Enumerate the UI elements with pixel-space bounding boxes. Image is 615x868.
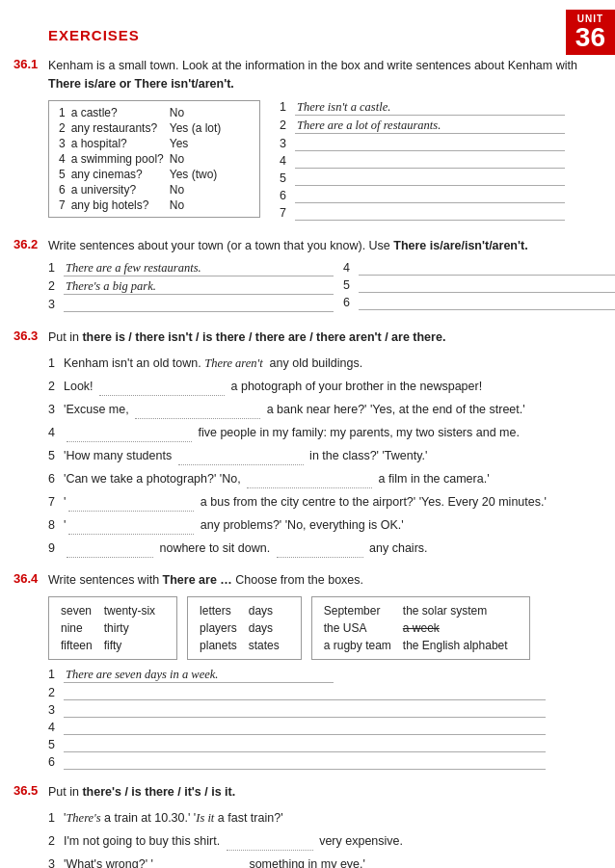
- exercise-num-36-3: 36.3: [13, 329, 38, 343]
- exercises-title: EXERCISES: [48, 27, 586, 43]
- answer-line: 1 There are seven days in a week.: [48, 668, 586, 683]
- word-box-3: Septemberthe solar system the USAa week …: [311, 596, 530, 660]
- table-row: 2any restaurants?Yes (a lot): [59, 120, 227, 136]
- answer-line: 2 There are a lot of restaurants.: [280, 118, 565, 134]
- answer-line: 2 There's a big park.: [48, 279, 334, 295]
- page: UNIT 36 EXERCISES 36.1 Kenham is a small…: [0, 0, 615, 868]
- exercise-36-1-instruction: Kenham is a small town. Look at the info…: [48, 57, 586, 93]
- sentence-row: 2 Look! a photograph of your brother in …: [48, 376, 586, 396]
- sentence-row: 6 'Can we take a photograph?' 'No, a fil…: [48, 468, 586, 488]
- unit-number: 36: [575, 24, 605, 51]
- info-table: 1a castle?No 2any restaurants?Yes (a lot…: [59, 105, 227, 213]
- unit-header: UNIT 36: [566, 10, 615, 55]
- sentences-36-3: 1 Kenham isn't an old town. There aren't…: [48, 354, 586, 558]
- sentence-row: 8 ' any problems?' 'No, everything is OK…: [48, 514, 586, 535]
- table-row: 7any big hotels?No: [59, 197, 227, 213]
- sentence-row: 4 five people in my family: my parents, …: [48, 422, 586, 442]
- exercise-num-36-1: 36.1: [13, 57, 38, 71]
- answer-line: 4: [48, 721, 586, 735]
- exercise-36-1: 36.1 Kenham is a small town. Look at the…: [48, 57, 586, 224]
- table-row: 3a hospital?Yes: [59, 136, 227, 151]
- word-boxes-36-4: seventwenty-six ninethirty fifteenfifty …: [48, 596, 586, 660]
- table-row: 5any cinemas?Yes (two): [59, 167, 227, 182]
- table-row: 4a swimming pool?No: [59, 151, 227, 167]
- answers-36-2: 1 There are a few restaurants. 2 There's…: [48, 261, 586, 315]
- sentence-row: 7 ' a bus from the city centre to the ai…: [48, 491, 586, 512]
- exercise-num-36-2: 36.2: [13, 237, 38, 251]
- word-box-1: seventwenty-six ninethirty fifteenfifty: [48, 596, 177, 660]
- answer-line: 1 There are a few restaurants.: [48, 261, 334, 276]
- answer-line: 7: [280, 206, 565, 221]
- answer-line: 2: [48, 686, 586, 700]
- sentence-row: 1 Kenham isn't an old town. There aren't…: [48, 354, 586, 373]
- sentence-row: 2 I'm not going to buy this shirt. very …: [48, 830, 586, 851]
- exercise-36-5: 36.5 Put in there's / is there / it's / …: [48, 783, 586, 868]
- table-row: 6a university?No: [59, 182, 227, 197]
- table-row: 1a castle?No: [59, 105, 227, 120]
- answer-line: 6: [343, 296, 615, 310]
- sentences-36-5: 1 'There's a train at 10.30.' 'Is it a f…: [48, 808, 586, 869]
- answer-line: 5: [48, 738, 586, 752]
- answer-line: 4: [343, 261, 615, 276]
- word-box-2: lettersdays playersdays planetsstates: [187, 596, 302, 660]
- answer-line: 5: [343, 278, 615, 293]
- answers-col-36-1: 1 There isn't a castle. 2 There are a lo…: [280, 100, 565, 224]
- answer-line: 1 There isn't a castle.: [280, 100, 565, 116]
- answer-line: 3: [280, 137, 565, 151]
- sentence-row: 9 nowhere to sit down. any chairs.: [48, 538, 586, 558]
- answer-line: 3: [48, 298, 334, 312]
- exercise-36-3: 36.3 Put in there is / there isn't / is …: [48, 329, 586, 558]
- sentence-row: 1 'There's a train at 10.30.' 'Is it a f…: [48, 808, 586, 828]
- sentence-row: 3 'Excuse me, a bank near here?' 'Yes, a…: [48, 399, 586, 419]
- answer-line: 5: [280, 171, 565, 186]
- info-box-36-1: 1a castle?No 2any restaurants?Yes (a lot…: [48, 100, 260, 218]
- sentence-row: 3 'What's wrong?' ' something in my eye.…: [48, 854, 586, 869]
- exercise-36-5-instruction: Put in there's / is there / it's / is it…: [48, 783, 586, 802]
- answer-line: 6: [48, 755, 586, 770]
- exercise-36-3-instruction: Put in there is / there isn't / is there…: [48, 329, 586, 347]
- exercise-36-4: 36.4 Write sentences with There are … Ch…: [48, 571, 586, 770]
- sentence-row: 5 'How many students in the class?' 'Twe…: [48, 445, 586, 465]
- exercise-num-36-4: 36.4: [13, 571, 38, 586]
- exercise-36-2-instruction: Write sentences about your town (or a to…: [48, 237, 586, 255]
- exercise-36-2: 36.2 Write sentences about your town (or…: [48, 237, 586, 316]
- answers-36-4: 1 There are seven days in a week. 2 3 4 …: [48, 668, 586, 770]
- exercise-num-36-5: 36.5: [13, 783, 38, 798]
- answer-line: 6: [280, 189, 565, 203]
- answer-line: 4: [280, 154, 565, 169]
- exercise-36-4-instruction: Write sentences with There are … Choose …: [48, 571, 586, 590]
- answer-line: 3: [48, 703, 586, 718]
